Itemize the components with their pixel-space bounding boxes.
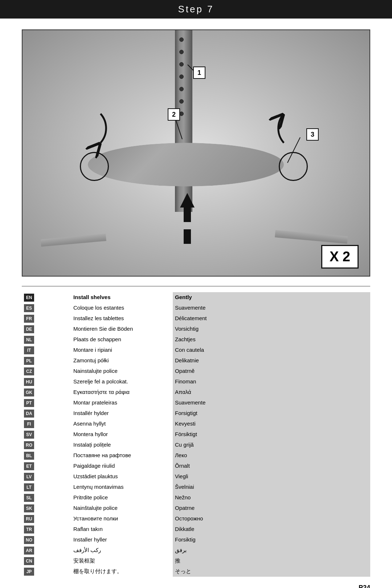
lang-code-cell: GK	[22, 387, 71, 398]
instruction-text: 安装框架	[71, 556, 173, 566]
table-row: ARركب الأرففبرفق	[22, 545, 370, 556]
adverb-text: Delikatnie	[173, 355, 370, 366]
lang-code-cell: NO	[22, 535, 71, 545]
base-platform	[88, 143, 284, 186]
translations-table: ENInstall shelvesGentlyESColoque los est…	[22, 292, 370, 577]
lang-code-label: JP	[24, 568, 34, 576]
lang-code-cell: SV	[22, 429, 71, 440]
adverb-text: Försiktigt	[173, 429, 370, 440]
lang-code-cell: AR	[22, 545, 71, 556]
instruction-text: Поставяне на рафтове	[71, 450, 173, 461]
lang-code-label: IT	[24, 346, 34, 354]
lang-code-label: RU	[24, 515, 34, 523]
lang-code-label: LV	[24, 473, 34, 481]
lang-code-label: DE	[24, 325, 34, 333]
adverb-text: Cu grijă	[173, 440, 370, 450]
instruction-text: Plaats de schappen	[71, 334, 173, 345]
shelf-arm-right	[275, 230, 348, 243]
table-row: DEMontieren Sie die BödenVorsichtig	[22, 324, 370, 334]
adverb-text: Opatrně	[173, 366, 370, 376]
instruction-text: Montera hyllor	[71, 429, 173, 440]
table-row: NOInstaller hyllerForsiktig	[22, 535, 370, 545]
lang-code-cell: ET	[22, 461, 71, 471]
lang-code-label: SL	[24, 494, 34, 502]
adverb-text: Con cautela	[173, 345, 370, 355]
adverb-text: Kevyesti	[173, 419, 370, 429]
pole-hole	[179, 99, 184, 104]
table-row: ENInstall shelvesGently	[22, 292, 370, 303]
adverb-text: Nežno	[173, 492, 370, 503]
table-row: LVUzstādiet plauktusViegli	[22, 471, 370, 482]
table-row: FRInstallez les tablettesDélicatement	[22, 313, 370, 324]
instruction-text: Rafları takın	[71, 524, 173, 535]
lang-code-cell: PL	[22, 355, 71, 366]
svg-marker-1	[184, 229, 191, 244]
instruction-text: Montar prateleiras	[71, 398, 173, 408]
adverb-text: Vorsichtig	[173, 324, 370, 334]
instruction-text: Установите полки	[71, 514, 173, 524]
table-row: NLPlaats de schappenZachtjes	[22, 334, 370, 345]
header: Step 7	[0, 0, 392, 19]
lang-code-label: RO	[24, 441, 34, 449]
lang-code-label: SK	[24, 504, 34, 512]
instruction-text: Paigaldage riiulid	[71, 461, 173, 471]
quantity-badge: X 2	[321, 245, 359, 269]
screw-callout-right	[279, 152, 308, 181]
pole-holes	[179, 37, 184, 116]
table-row: GKΕγκαταστήστε τα ράφιαΑπαλά	[22, 387, 370, 398]
table-row: ETPaigaldage riiulidÕrnalt	[22, 461, 370, 471]
instruction-text: Pritrdite police	[71, 492, 173, 503]
table-row: JP棚を取り付けます。そっと	[22, 566, 370, 577]
instruction-image: 1 2 3 X 2	[22, 29, 370, 277]
instruction-text: 棚を取り付けます。	[71, 566, 173, 577]
instruction-text: Nainstalujte police	[71, 366, 173, 376]
lang-code-label: DA	[24, 410, 34, 418]
adverb-text: Opatrne	[173, 503, 370, 514]
lang-code-label: PT	[24, 399, 34, 407]
table-row: RUУстановите полкиОсторожно	[22, 514, 370, 524]
divider	[22, 286, 370, 286]
table-row: FIAsenna hyllytKevyesti	[22, 419, 370, 429]
lang-code-label: FI	[24, 420, 34, 428]
adverb-text: Délicatement	[173, 313, 370, 324]
lang-code-label: BL	[24, 452, 34, 460]
adverb-text: Forsigtigt	[173, 408, 370, 419]
instruction-text: Coloque los estantes	[71, 303, 173, 313]
lang-code-label: SV	[24, 431, 34, 439]
table-row: CZNainstalujte policeOpatrně	[22, 366, 370, 376]
lang-code-cell: LT	[22, 482, 71, 492]
adverb-text: Viegli	[173, 471, 370, 482]
table-row: ITMontare i ripianiCon cautela	[22, 345, 370, 355]
lang-code-cell: PT	[22, 398, 71, 408]
lang-code-cell: TR	[22, 524, 71, 535]
lang-code-label: CZ	[24, 367, 34, 375]
shelf-arm-left	[41, 234, 106, 247]
lang-code-cell: RU	[22, 514, 71, 524]
lang-code-cell: BL	[22, 450, 71, 461]
table-row: SVMontera hyllorFörsiktigt	[22, 429, 370, 440]
lang-code-cell: ES	[22, 303, 71, 313]
table-row: DAInstallér hylderForsigtigt	[22, 408, 370, 419]
adverb-text: Finoman	[173, 376, 370, 387]
instruction-text: Install shelves	[71, 292, 173, 303]
lang-code-cell: LV	[22, 471, 71, 482]
instruction-text: Nainštalujte police	[71, 503, 173, 514]
lang-code-label: PL	[24, 357, 34, 365]
adverb-text: Осторожно	[173, 514, 370, 524]
table-row: ROInstalați polițeleCu grijă	[22, 440, 370, 450]
lang-code-cell: RO	[22, 440, 71, 450]
pole-hole	[179, 62, 184, 67]
pole-hole	[179, 37, 184, 42]
lang-code-cell: DA	[22, 408, 71, 419]
instruction-text: Montieren Sie die Böden	[71, 324, 173, 334]
lang-code-label: HU	[24, 378, 34, 386]
table-row: TRRafları takınDikkatle	[22, 524, 370, 535]
pole-hole	[179, 74, 184, 79]
lang-code-cell: CZ	[22, 366, 71, 376]
adverb-text: Suavemente	[173, 303, 370, 313]
lang-code-label: CN	[24, 557, 34, 565]
instruction-text: Zamontuj półki	[71, 355, 173, 366]
instruction-text: Instalați polițele	[71, 440, 173, 450]
pole-hole	[179, 50, 184, 54]
lang-code-label: NO	[24, 536, 34, 544]
